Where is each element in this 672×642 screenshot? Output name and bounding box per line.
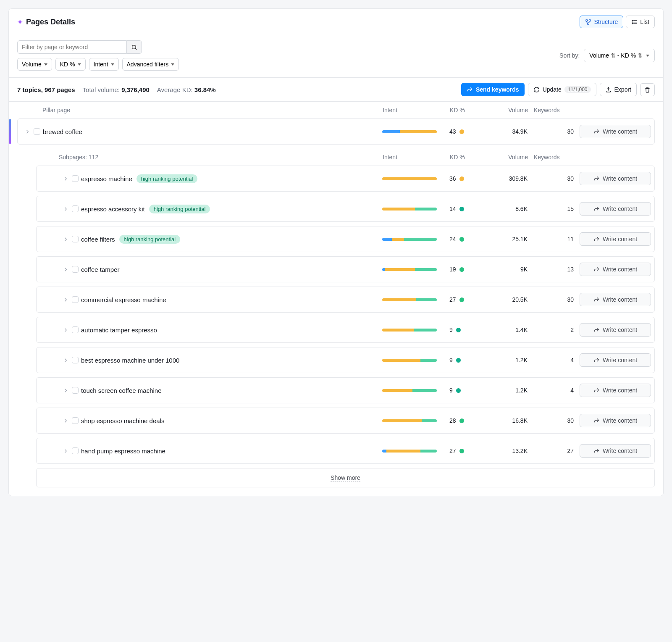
subpage-row: hand pump espresso machine2713.2K27Write… bbox=[37, 438, 654, 463]
share-arrow-icon bbox=[593, 236, 600, 242]
write-content-button[interactable]: Write content bbox=[580, 323, 651, 337]
write-content-button[interactable]: Write content bbox=[580, 384, 651, 397]
subpage-row: shop espresso machine deals2816.8K30Writ… bbox=[37, 408, 654, 433]
kd-dot bbox=[459, 297, 464, 302]
expand-toggle[interactable] bbox=[59, 266, 72, 273]
kd-dot bbox=[459, 207, 464, 211]
keywords-cell: 15 bbox=[533, 205, 580, 212]
expand-toggle[interactable] bbox=[59, 327, 72, 333]
share-arrow-icon bbox=[593, 357, 600, 363]
write-content-button[interactable]: Write content bbox=[580, 414, 651, 427]
row-checkbox[interactable] bbox=[72, 205, 79, 212]
kd-dot bbox=[456, 328, 461, 332]
share-arrow-icon bbox=[467, 87, 473, 93]
filter-advanced[interactable]: Advanced filters bbox=[122, 58, 179, 71]
svg-point-6 bbox=[632, 20, 633, 21]
expand-toggle[interactable] bbox=[59, 448, 72, 454]
intent-cell bbox=[382, 177, 449, 180]
svg-point-7 bbox=[632, 21, 633, 22]
col-volume: Volume bbox=[488, 154, 534, 160]
volume-cell: 25.1K bbox=[487, 236, 533, 242]
kd-cell: 14 bbox=[449, 205, 487, 212]
pillar-row: brewed coffee 43 34.9K 30 Write content bbox=[18, 119, 654, 144]
write-content-button[interactable]: Write content bbox=[580, 263, 651, 276]
volume-cell: 1.4K bbox=[487, 326, 533, 333]
intent-cell bbox=[382, 130, 449, 133]
kd-dot bbox=[459, 237, 464, 242]
subpage-row: touch screen coffee machine91.2K4Write c… bbox=[37, 378, 654, 403]
col-keywords: Keywords bbox=[534, 107, 580, 113]
kd-cell: 36 bbox=[449, 175, 487, 182]
kd-dot bbox=[459, 267, 464, 272]
send-keywords-button[interactable]: Send keywords bbox=[461, 83, 525, 96]
expand-toggle[interactable] bbox=[59, 357, 72, 363]
volume-cell: 1.2K bbox=[487, 387, 533, 394]
export-button[interactable]: Export bbox=[600, 83, 637, 96]
update-button[interactable]: Update 11/1,000 bbox=[528, 83, 596, 96]
sort-button[interactable]: Volume ⇅ - KD % ⇅ bbox=[584, 49, 655, 62]
expand-toggle[interactable] bbox=[59, 206, 72, 212]
intent-cell bbox=[382, 208, 449, 210]
search-button[interactable] bbox=[126, 40, 142, 54]
kd-dot bbox=[459, 418, 464, 423]
svg-rect-0 bbox=[586, 19, 588, 21]
row-checkbox[interactable] bbox=[72, 357, 79, 363]
kd-cell: 27 bbox=[449, 447, 487, 454]
expand-toggle[interactable] bbox=[59, 236, 72, 242]
row-checkbox[interactable] bbox=[72, 387, 79, 394]
subpage-name: best espresso machine under 1000 bbox=[81, 357, 382, 364]
row-checkbox[interactable] bbox=[34, 128, 40, 135]
row-checkbox[interactable] bbox=[72, 417, 79, 424]
row-checkbox[interactable] bbox=[72, 326, 79, 333]
kd-cell: 9 bbox=[449, 387, 487, 394]
write-content-button[interactable]: Write content bbox=[580, 353, 651, 367]
subpage-name: espresso accessory kithigh ranking poten… bbox=[81, 205, 382, 213]
structure-view-button[interactable]: Structure bbox=[580, 16, 623, 28]
write-content-button[interactable]: Write content bbox=[580, 232, 651, 246]
subpage-row: coffee filtershigh ranking potential2425… bbox=[37, 226, 654, 252]
share-arrow-icon bbox=[593, 176, 600, 182]
write-content-button[interactable]: Write content bbox=[580, 293, 651, 306]
row-checkbox[interactable] bbox=[72, 175, 79, 182]
subpage-name: commercial espresso machine bbox=[81, 296, 382, 303]
ranking-tag: high ranking potential bbox=[136, 174, 198, 183]
expand-toggle[interactable] bbox=[21, 129, 34, 135]
expand-toggle[interactable] bbox=[59, 387, 72, 394]
filter-kd[interactable]: KD % bbox=[55, 58, 86, 71]
kd-cell: 24 bbox=[449, 236, 487, 242]
write-content-button[interactable]: Write content bbox=[580, 125, 651, 138]
row-checkbox[interactable] bbox=[72, 447, 79, 454]
subpage-row: espresso accessory kithigh ranking poten… bbox=[37, 196, 654, 221]
refresh-icon bbox=[533, 87, 540, 93]
write-content-button[interactable]: Write content bbox=[580, 172, 651, 185]
keywords-cell: 4 bbox=[533, 387, 580, 394]
share-arrow-icon bbox=[593, 418, 600, 424]
intent-cell bbox=[382, 419, 449, 422]
structure-icon bbox=[585, 19, 591, 25]
kd-dot bbox=[459, 449, 464, 453]
write-content-button[interactable]: Write content bbox=[580, 202, 651, 216]
expand-toggle[interactable] bbox=[59, 297, 72, 303]
filter-intent[interactable]: Intent bbox=[89, 58, 119, 71]
row-checkbox[interactable] bbox=[72, 266, 79, 273]
subpages-label: Subpages: 112 bbox=[59, 154, 383, 160]
show-more-button[interactable]: Show more bbox=[36, 468, 655, 487]
kd-cell: 9 bbox=[449, 357, 487, 363]
expand-toggle[interactable] bbox=[59, 176, 72, 182]
delete-button[interactable] bbox=[640, 83, 655, 96]
filters-row: Volume KD % Intent Advanced filters Sort… bbox=[9, 35, 663, 77]
chevron-down-icon bbox=[646, 55, 649, 57]
subpage-row: espresso machinehigh ranking potential36… bbox=[37, 166, 654, 191]
expand-toggle[interactable] bbox=[59, 418, 72, 424]
write-content-button[interactable]: Write content bbox=[580, 444, 651, 458]
row-checkbox[interactable] bbox=[72, 236, 79, 242]
kd-dot bbox=[459, 176, 464, 181]
trash-icon bbox=[644, 87, 651, 93]
subpage-row: automatic tamper espresso91.4K2Write con… bbox=[37, 317, 654, 342]
sort-group: Sort by: Volume ⇅ - KD % ⇅ bbox=[559, 49, 655, 62]
row-checkbox[interactable] bbox=[72, 296, 79, 303]
summary-bar: 7 topics, 967 pages Total volume: 9,376,… bbox=[9, 77, 663, 102]
list-view-button[interactable]: List bbox=[626, 16, 655, 28]
search-input[interactable] bbox=[17, 40, 126, 54]
filter-volume[interactable]: Volume bbox=[17, 58, 52, 71]
